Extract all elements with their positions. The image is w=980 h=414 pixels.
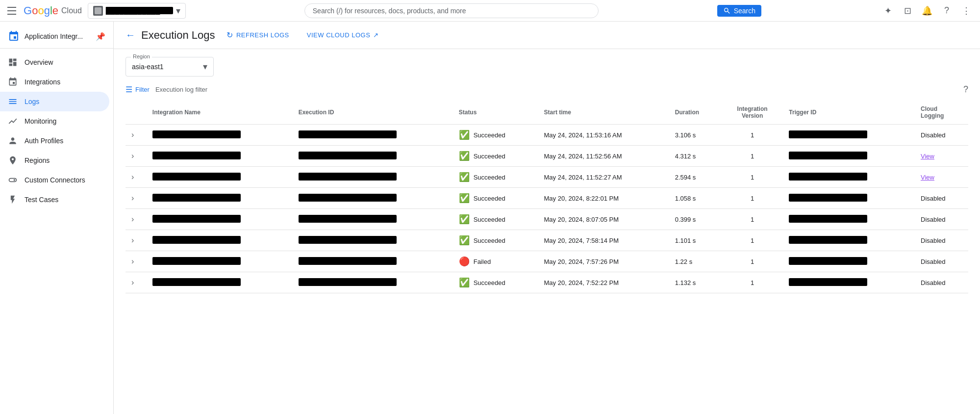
menu-icon[interactable] bbox=[6, 5, 18, 17]
trigger-id-cell bbox=[789, 278, 867, 286]
table-row[interactable]: ›✅SucceededMay 20, 2024, 7:52:22 PM1.132… bbox=[126, 272, 968, 293]
table-row[interactable]: ›✅SucceededMay 24, 2024, 11:53:16 AM3.10… bbox=[126, 125, 968, 146]
cloud-logging-cell: Disabled bbox=[915, 125, 968, 146]
sidebar-item-logs[interactable]: Logs bbox=[0, 92, 109, 111]
integration-version-cell: 1 bbox=[722, 167, 783, 188]
table-row[interactable]: ›✅SucceededMay 20, 2024, 7:58:14 PM1.101… bbox=[126, 230, 968, 251]
expand-row-button[interactable]: › bbox=[131, 236, 134, 244]
project-selector[interactable]: ████████████ ▾ bbox=[88, 3, 186, 19]
cloud-logging-cell: Disabled bbox=[915, 188, 968, 209]
status-cell: ✅Succeeded bbox=[459, 129, 532, 140]
logs-icon bbox=[8, 97, 18, 106]
expand-row-button[interactable]: › bbox=[131, 152, 134, 160]
col-start-time: Start time bbox=[538, 101, 669, 125]
more-options-icon[interactable]: ⋮ bbox=[958, 3, 974, 19]
external-link-icon: ↗ bbox=[373, 31, 379, 39]
help-circle-icon[interactable]: ? bbox=[963, 84, 968, 95]
overview-icon bbox=[8, 57, 18, 67]
sidebar-item-auth-profiles[interactable]: Auth Profiles bbox=[0, 131, 109, 151]
integration-name-cell bbox=[152, 194, 241, 202]
integration-name-cell bbox=[152, 257, 241, 265]
refresh-logs-button[interactable]: ↻ REFRESH LOGS bbox=[221, 27, 295, 43]
search-bar[interactable]: Search (/) for resources, docs, products… bbox=[304, 3, 599, 18]
duration-cell: 1.058 s bbox=[669, 188, 722, 209]
content-area: ← Execution Logs ↻ REFRESH LOGS VIEW CLO… bbox=[114, 22, 980, 414]
integration-name-cell bbox=[152, 236, 241, 244]
terminal-icon[interactable]: ⊡ bbox=[900, 3, 915, 19]
help-icon[interactable]: ? bbox=[939, 3, 955, 19]
refresh-icon: ↻ bbox=[226, 30, 233, 40]
integration-name-cell bbox=[152, 173, 241, 181]
expand-row-button[interactable]: › bbox=[131, 130, 134, 139]
start-time-cell: May 24, 2024, 11:52:27 AM bbox=[538, 167, 669, 188]
start-time-cell: May 20, 2024, 8:07:05 PM bbox=[538, 209, 669, 230]
start-time-cell: May 20, 2024, 8:22:01 PM bbox=[538, 188, 669, 209]
trigger-id-cell bbox=[789, 236, 867, 244]
sidebar-item-test-cases[interactable]: Test Cases bbox=[0, 190, 109, 209]
expand-row-button[interactable]: › bbox=[131, 173, 134, 181]
sidebar-item-regions[interactable]: Regions bbox=[0, 151, 109, 170]
success-icon: ✅ bbox=[459, 235, 470, 246]
success-icon: ✅ bbox=[459, 172, 470, 182]
sparkle-icon[interactable]: ✦ bbox=[880, 3, 896, 19]
start-time-cell: May 20, 2024, 7:58:14 PM bbox=[538, 230, 669, 251]
project-chevron-icon: ▾ bbox=[176, 5, 180, 16]
table-header-row: Integration Name Execution ID Status Sta… bbox=[126, 101, 968, 125]
sidebar-integrations-label: Integrations bbox=[25, 78, 60, 86]
auth-icon bbox=[8, 136, 18, 146]
start-time-cell: May 24, 2024, 11:52:56 AM bbox=[538, 146, 669, 167]
google-logo-text: Google bbox=[24, 4, 58, 17]
duration-cell: 0.399 s bbox=[669, 209, 722, 230]
table-row[interactable]: ›✅SucceededMay 24, 2024, 11:52:27 AM2.59… bbox=[126, 167, 968, 188]
search-button[interactable]: Search bbox=[717, 5, 761, 17]
regions-icon bbox=[8, 155, 18, 165]
monitoring-icon bbox=[8, 116, 18, 126]
filter-placeholder: Execution log filter bbox=[155, 86, 207, 93]
cloud-logging-view-link[interactable]: View bbox=[921, 153, 934, 160]
status-cell: ✅Succeeded bbox=[459, 277, 532, 288]
sidebar-item-overview[interactable]: Overview bbox=[0, 52, 109, 72]
table-row[interactable]: ›✅SucceededMay 20, 2024, 8:22:01 PM1.058… bbox=[126, 188, 968, 209]
status-label: Succeeded bbox=[474, 131, 505, 139]
svg-rect-0 bbox=[95, 7, 101, 14]
expand-row-button[interactable]: › bbox=[131, 257, 134, 265]
status-cell: 🔴Failed bbox=[459, 256, 532, 267]
trigger-id-cell bbox=[789, 194, 867, 202]
sidebar-item-monitoring[interactable]: Monitoring bbox=[0, 111, 109, 131]
expand-row-button[interactable]: › bbox=[131, 215, 134, 223]
back-button[interactable]: ← bbox=[126, 29, 135, 41]
expand-row-button[interactable]: › bbox=[131, 194, 134, 202]
col-execution-id: Execution ID bbox=[293, 101, 453, 125]
view-cloud-logs-button[interactable]: VIEW CLOUD LOGS ↗ bbox=[301, 28, 385, 42]
cloud-logging-view-link[interactable]: View bbox=[921, 174, 934, 181]
sidebar-regions-label: Regions bbox=[25, 156, 50, 164]
connectors-icon bbox=[8, 175, 18, 185]
status-label: Succeeded bbox=[474, 237, 505, 244]
table-row[interactable]: ›✅SucceededMay 20, 2024, 8:07:05 PM0.399… bbox=[126, 209, 968, 230]
trigger-id-cell bbox=[789, 215, 867, 223]
filter-button[interactable]: ☰ Filter bbox=[126, 85, 150, 94]
region-chevron-icon: ▾ bbox=[203, 61, 207, 72]
execution-id-cell bbox=[299, 194, 397, 202]
region-selector[interactable]: Region asia-east1 ▾ bbox=[126, 57, 214, 77]
trigger-id-cell bbox=[789, 257, 867, 265]
table-row[interactable]: ›✅SucceededMay 24, 2024, 11:52:56 AM4.31… bbox=[126, 146, 968, 167]
success-icon: ✅ bbox=[459, 193, 470, 204]
sidebar-item-integrations[interactable]: Integrations bbox=[0, 72, 109, 92]
pin-icon[interactable]: 📌 bbox=[96, 32, 105, 41]
page-title: Execution Logs bbox=[141, 29, 215, 42]
cloud-logging-cell: Disabled bbox=[915, 230, 968, 251]
view-cloud-label: VIEW CLOUD LOGS bbox=[307, 31, 371, 39]
sidebar-test-cases-label: Test Cases bbox=[25, 196, 58, 204]
duration-cell: 3.106 s bbox=[669, 125, 722, 146]
table-row[interactable]: ›🔴FailedMay 20, 2024, 7:57:26 PM1.22 s1D… bbox=[126, 251, 968, 272]
notifications-icon[interactable]: 🔔 bbox=[919, 3, 935, 19]
expand-row-button[interactable]: › bbox=[131, 278, 134, 286]
topbar-actions: ✦ ⊡ 🔔 ? ⋮ bbox=[880, 3, 974, 19]
refresh-label: REFRESH LOGS bbox=[236, 31, 289, 39]
google-cloud-logo[interactable]: Google Cloud bbox=[24, 4, 82, 17]
status-cell: ✅Succeeded bbox=[459, 235, 532, 246]
col-integration-name: Integration Name bbox=[147, 101, 293, 125]
region-select-inner[interactable]: asia-east1 ▾ bbox=[132, 61, 207, 72]
sidebar-item-custom-connectors[interactable]: Custom Connectors bbox=[0, 170, 109, 190]
